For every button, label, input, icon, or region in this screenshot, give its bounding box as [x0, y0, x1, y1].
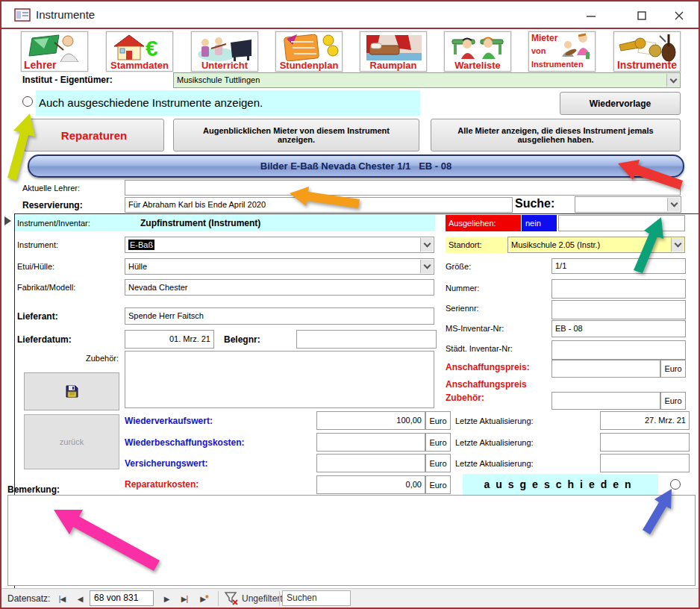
window-title: Instrumente	[36, 8, 95, 21]
fabrikat-field[interactable]: Nevada Chester	[125, 279, 434, 296]
lieferdatum-label: Lieferdatum:	[17, 334, 72, 345]
wiederverkaufswert-label: Wiederverkaufswert:	[125, 416, 213, 426]
next-record-button[interactable]: ▶	[158, 589, 175, 608]
new-record-button[interactable]: ▶*	[194, 589, 215, 608]
staedt-inventar-field[interactable]	[551, 340, 686, 360]
toolbar-label-line3: Instrumenten	[531, 60, 584, 69]
letzte-aktualisierung-label: Letzte Aktualisierung:	[455, 459, 534, 468]
dropdown-button[interactable]	[666, 74, 679, 87]
minimize-icon	[587, 11, 596, 20]
previous-record-icon: ◀	[78, 595, 83, 603]
ms-inventar-field[interactable]: EB - 08	[551, 320, 686, 337]
aktuelle-lehrer-label: Aktuelle Lehrer:	[22, 184, 80, 193]
euro-label: Euro	[425, 411, 451, 430]
dropdown-button[interactable]	[420, 238, 433, 252]
anschaffungspreis-field[interactable]	[551, 360, 660, 378]
letzte-aktualisierung-label: Letzte Aktualisierung:	[455, 416, 534, 425]
owner-combobox[interactable]: Musikschule Tuttlingen	[173, 72, 681, 88]
minimize-button[interactable]	[576, 6, 606, 25]
record-navigation-bar: Datensatz: |◀ ◀ 68 von 831 ▶ ▶| ▶* Ungef…	[1, 588, 699, 608]
standort-value: Musikschule 2.05 (Instr.)	[511, 240, 600, 249]
bilder-button[interactable]: Bilder E-Baß Nevada Chester 1/1 EB - 08	[28, 154, 684, 178]
next-record-icon: ▶	[164, 595, 169, 603]
toolbar-button-lehrer[interactable]: Lehrer	[21, 31, 88, 72]
toolbar-button-mieter-von-instrumenten[interactable]: Mieter von Instrumenten	[528, 31, 596, 72]
all-renters-button[interactable]: Alle Mieter anzeigen, die dieses Instrum…	[431, 119, 681, 152]
toolbar-button-warteliste[interactable]: Warteliste	[444, 31, 511, 72]
previous-record-button[interactable]: ◀	[72, 589, 88, 608]
lieferdatum-field[interactable]: 01. Mrz. 21	[125, 330, 214, 349]
euro-label: Euro	[425, 475, 451, 494]
etui-combobox[interactable]: Hülle	[125, 258, 434, 275]
nummer-field[interactable]	[551, 279, 686, 299]
zubehoer-field[interactable]	[125, 351, 434, 408]
toolbar-button-unterricht[interactable]: Unterricht	[191, 31, 258, 72]
toolbar-button-stammdaten[interactable]: € Stammdaten	[106, 31, 173, 72]
toolbar-button-raumplan[interactable]: Raumplan	[360, 31, 427, 72]
etui-value: Hülle	[128, 262, 147, 271]
owner-value: Musikschule Tuttlingen	[177, 75, 260, 84]
letzte-aktualisierung-field-2[interactable]	[600, 433, 690, 452]
ausgeschieden-radio[interactable]	[670, 479, 681, 490]
toolbar: Lehrer € Stammdaten Unterricht	[1, 30, 699, 72]
room-icon	[365, 34, 423, 62]
current-renter-button[interactable]: Augenblicklichen Mieter von diesem Instr…	[173, 119, 419, 152]
lieferant-field[interactable]: Spende Herr Faitsch	[125, 307, 434, 325]
save-button[interactable]	[24, 372, 119, 410]
dropdown-button[interactable]	[671, 238, 684, 252]
house-euro-icon: €	[111, 33, 169, 61]
nav-separator	[218, 591, 219, 606]
record-search-input[interactable]: Suchen	[282, 590, 351, 606]
groesse-field[interactable]: 1/1	[551, 258, 686, 274]
versicherungswert-field[interactable]	[316, 454, 425, 472]
reparaturkosten-label: Reparaturkosten:	[125, 479, 199, 490]
zurueck-button[interactable]: zurück	[24, 414, 119, 469]
reparaturkosten-field[interactable]: 0,00	[316, 475, 425, 494]
nummer-label: Nummer:	[446, 284, 479, 293]
wiederverkaufswert-field[interactable]: 100,00	[316, 411, 425, 430]
aktuelle-lehrer-field[interactable]	[125, 180, 681, 196]
teacher-icon	[26, 34, 84, 62]
wiedervorlage-button[interactable]: Wiedervorlage	[560, 92, 681, 115]
wiederbeschaffung-field[interactable]	[316, 433, 425, 452]
bemerkung-field[interactable]	[7, 495, 696, 586]
toolbar-label-line1: Mieter	[531, 34, 557, 43]
chevron-down-icon	[669, 75, 677, 83]
record-position-box[interactable]: 68 von 831	[90, 590, 154, 606]
instrument-combobox[interactable]: E-Baß	[125, 237, 434, 253]
ausgeliehen-extra-field[interactable]	[558, 215, 685, 231]
reservierung-field[interactable]: Für Abraham Karl bis Ende April 2020	[125, 197, 513, 213]
toolbar-button-stundenplan[interactable]: Stundenplan	[275, 31, 343, 72]
reparaturen-button[interactable]: Reparaturen	[24, 119, 164, 152]
bemerkung-label: Bemerkung:	[7, 484, 60, 495]
dropdown-button[interactable]	[420, 260, 433, 273]
standort-combobox[interactable]: Musikschule 2.05 (Instr.)	[507, 237, 685, 253]
dropdown-button[interactable]	[667, 198, 680, 211]
toolbar-label: Warteliste	[445, 60, 510, 70]
maximize-button[interactable]	[627, 6, 657, 25]
section-divider	[14, 213, 699, 214]
show-retired-radio[interactable]	[22, 96, 33, 107]
standort-label: Standort:	[446, 237, 507, 253]
instruments-icon	[616, 33, 679, 63]
first-record-icon: |◀	[59, 595, 65, 603]
suche-combobox[interactable]	[575, 196, 681, 213]
last-record-button[interactable]: ▶|	[176, 589, 193, 608]
belegnr-field[interactable]	[296, 330, 437, 349]
musicians-icon	[196, 34, 254, 62]
filter-state-label[interactable]: Ungefiltert	[242, 593, 283, 604]
toolbar-button-instrumente[interactable]: Instrumente	[613, 31, 681, 72]
instrument-value: E-Baß	[128, 240, 154, 250]
letzte-aktualisierung-field-3[interactable]	[600, 454, 690, 472]
maximize-icon	[637, 11, 646, 20]
anschaffungspreis-zubehoer-field[interactable]	[551, 392, 660, 410]
toolbar-label: Stammdaten	[107, 60, 172, 70]
filter-icon	[224, 592, 239, 605]
reservierung-label: Reservierung:	[22, 200, 83, 210]
letzte-aktualisierung-field-1[interactable]: 27. Mrz. 21	[600, 411, 690, 430]
seriennr-field[interactable]	[551, 300, 686, 319]
first-record-button[interactable]: |◀	[54, 589, 70, 608]
ausgeschieden-label: ausgeschieden	[463, 474, 658, 495]
close-button[interactable]	[664, 6, 694, 25]
versicherungswert-label: Versicherungswert:	[125, 458, 207, 469]
